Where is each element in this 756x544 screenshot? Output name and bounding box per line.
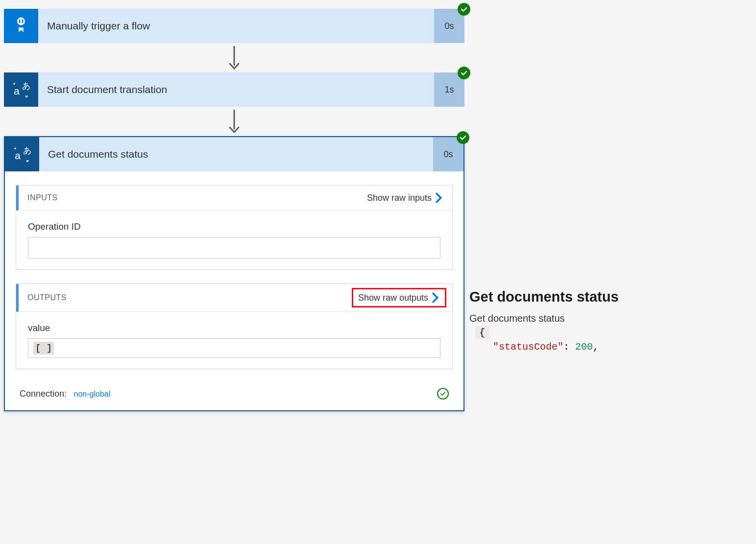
chevron-right-icon — [431, 292, 440, 303]
value-label: value — [28, 323, 440, 333]
translate-icon: a あ — [5, 137, 39, 171]
outputs-label: OUTPUTS — [27, 293, 67, 302]
value-field[interactable]: [ ] — [28, 338, 440, 358]
svg-text:あ: あ — [22, 81, 30, 91]
connector-arrow — [4, 43, 464, 72]
raw-output-title: Get documents status — [469, 289, 754, 305]
json-open-brace: { — [475, 326, 489, 339]
raw-output-panel: Get documents status Get documents statu… — [469, 289, 754, 353]
show-raw-outputs-link[interactable]: Show raw outputs — [352, 288, 446, 307]
flow-step-translate[interactable]: a あ Start document translation 1s — [4, 72, 464, 107]
flow-step-trigger[interactable]: Manually trigger a flow 0s — [4, 9, 464, 43]
check-circle-icon — [437, 388, 449, 400]
translate-icon: a あ — [4, 72, 38, 107]
operation-id-label: Operation ID — [28, 221, 440, 232]
inputs-section: INPUTS Show raw inputs Operation ID — [16, 185, 453, 270]
connection-label: Connection: — [20, 389, 67, 399]
svg-text:a: a — [14, 86, 20, 97]
step-title: Start document translation — [38, 72, 434, 107]
svg-text:あ: あ — [23, 146, 31, 155]
trigger-icon — [4, 9, 38, 43]
success-icon — [458, 3, 470, 16]
flow-step-get-status-expanded: a あ Get documents status 0s INPUTS Show … — [4, 136, 464, 411]
operation-id-field[interactable] — [28, 237, 440, 259]
connector-arrow — [4, 107, 464, 136]
step-title: Get documents status — [39, 137, 433, 171]
success-icon — [458, 67, 470, 79]
flow-step-get-status-header[interactable]: a あ Get documents status 0s — [5, 137, 463, 171]
connection-link[interactable]: non-global — [74, 390, 111, 398]
chevron-right-icon — [435, 192, 443, 203]
inputs-label: INPUTS — [27, 193, 58, 202]
step-title: Manually trigger a flow — [38, 9, 434, 43]
show-raw-inputs-link[interactable]: Show raw inputs — [367, 192, 443, 203]
raw-output-subtitle: Get documents status — [469, 313, 754, 324]
outputs-section: OUTPUTS Show raw outputs value [ ] — [16, 284, 453, 369]
success-icon — [457, 131, 469, 144]
svg-text:a: a — [15, 150, 21, 162]
json-body-line: "statusCode": 200, — [469, 341, 754, 353]
